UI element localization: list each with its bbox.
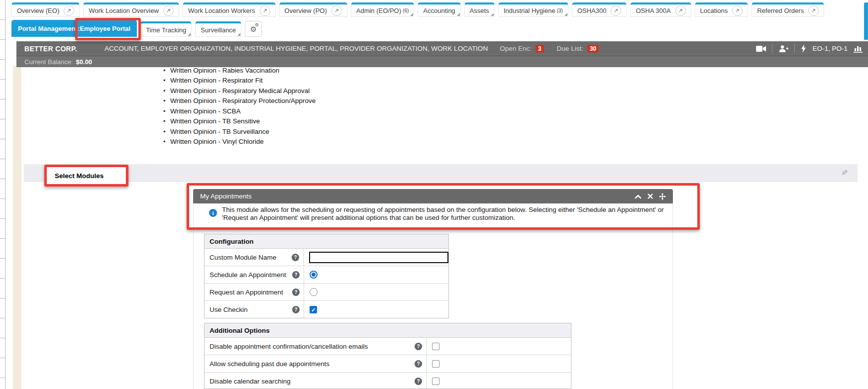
open-new-icon[interactable] [260,5,270,16]
dropdown-fold-icon [564,13,567,16]
list-item: •Written Opinion - TB Sensitive [163,116,316,127]
bullet-icon: • [163,77,170,84]
tab-accounting[interactable]: Accounting [418,2,460,17]
tab-work-location-overview[interactable]: Work Location Overview [83,2,179,17]
tab-label: OSHA300 [577,7,607,14]
tab-osha300[interactable]: OSHA300 [572,2,627,17]
additional-options-title: Additional Options [205,323,571,338]
request-appointment-radio[interactable] [310,288,318,296]
due-list-label: Due List: [557,45,583,52]
context-scope-text: ACCOUNT, EMPLOYER ORGANIZATION, INDUSTRI… [105,45,488,52]
help-icon[interactable]: ? [292,271,300,279]
tab-label: OSHA 300A [636,7,670,14]
bullet-icon: • [163,67,170,74]
field-label: Custom Module Name [210,254,276,261]
list-item: •Written Opinion - Rabies Vaccination [163,65,316,76]
list-item: •Written Opinion - TB Surveillance [163,126,316,137]
help-icon[interactable]: ? [415,360,422,368]
open-new-icon[interactable] [808,5,819,16]
tab-admin-eo-po[interactable]: Admin (EO/PO) (6) [351,2,415,17]
add-user-icon[interactable] [778,45,788,53]
tab-label: Work Location Overview [89,7,159,14]
entity-shortcuts-text[interactable]: EO-1, PO-1 [812,45,848,52]
header-icon-group: EO-1, PO-1 [756,41,863,56]
open-new-icon[interactable] [675,5,686,16]
field-label: Disable appointment confirmation/cancell… [210,343,368,350]
open-enc-badge[interactable]: 3 [536,45,544,53]
tab-label: Referred Orders [757,7,804,14]
balance-label: Current Balance: [24,58,73,66]
select-modules-title: Select Modules [55,172,104,180]
tab-assets[interactable]: Assets [464,2,495,17]
written-opinion-list: •Written Opinion - Rabies Vaccination •W… [163,65,316,147]
clipped-right-tab[interactable] [864,2,868,40]
video-camera-icon[interactable] [756,45,766,52]
select-modules-band [24,164,858,182]
disable-confirmation-emails-checkbox[interactable] [432,343,439,350]
tab-count: (3) [557,8,563,13]
tab-overview-po[interactable]: Overview (PO) [279,2,347,17]
bullet-icon: • [163,87,170,95]
list-item: •Written Opinion - Vinyl Chloride [163,137,316,147]
field-label: Use Checkin [210,306,248,313]
open-new-icon[interactable] [611,5,621,16]
list-item: •Written Opinion - Respirator Fit [163,76,316,86]
disable-calendar-searching-checkbox[interactable] [432,378,439,385]
allow-past-due-checkbox[interactable] [432,360,439,368]
bullet-icon: • [163,97,170,104]
tab-time-tracking[interactable]: Time Tracking [140,21,192,37]
tab-count: (6) [403,8,409,13]
tab-referred-orders[interactable]: Referred Orders [752,2,824,17]
open-new-icon[interactable] [732,5,743,16]
field-label: Schedule an Appointment [210,271,286,279]
open-new-icon[interactable] [331,5,342,16]
tab-label: Work Location Workers [188,7,255,14]
left-row-rail [0,0,5,389]
help-icon[interactable]: ? [292,254,299,261]
tab-locations[interactable]: Locations [695,2,749,17]
use-checkin-checkbox[interactable]: ✓ [310,306,317,313]
bullet-icon: • [163,138,170,145]
custom-module-name-input[interactable] [309,252,448,263]
lightning-icon[interactable] [801,44,806,53]
help-icon[interactable]: ? [292,289,300,296]
tab-overview-eo[interactable]: Overview (EO) [11,2,80,17]
tab-work-location-workers[interactable]: Work Location Workers [183,2,276,17]
app-window: Overview (EO) Work Location Overview Wor… [0,0,868,389]
bullet-icon: • [163,117,170,125]
annotation-box-select-modules: Select Modules [44,165,128,187]
bar-chart-icon[interactable] [854,44,863,53]
table-row: Custom Module Name ? [205,249,448,266]
field-label: Disable calendar searching [210,378,291,385]
annotation-box-employee-portal [75,18,141,40]
help-icon[interactable]: ? [415,343,422,350]
dropdown-fold-icon [457,13,460,16]
open-new-icon[interactable] [163,5,174,16]
field-label: Request an Appointment [210,289,283,296]
tab-settings-button[interactable]: ⚙ ⚙ [245,21,262,37]
table-row: Disable appointment confirmation/cancell… [205,338,571,355]
left-accent-strip [13,66,21,389]
tab-surveillance[interactable]: Surveillance [195,21,241,37]
configuration-table: Configuration Custom Module Name ? Sched… [204,234,449,318]
help-icon[interactable]: ? [292,306,300,313]
divider [772,44,772,53]
edit-pencil-icon[interactable]: ✎ [841,168,848,178]
open-new-icon[interactable] [64,5,74,16]
tab-osha300a[interactable]: OSHA 300A [630,2,691,17]
schedule-appointment-radio[interactable] [310,271,318,279]
context-header-bar: BETTER CORP. ACCOUNT, EMPLOYER ORGANIZAT… [16,41,868,56]
list-item: •Written Opinion - SCBA [163,106,316,116]
help-icon[interactable]: ? [415,378,422,385]
due-list-badge[interactable]: 30 [587,45,599,53]
tab-industrial-hygiene[interactable]: Industrial Hygiene (3) [498,2,568,17]
field-label: Allow scheduling past due appointments [210,360,329,368]
table-row: Disable calendar searching ? [205,373,571,389]
dropdown-fold-icon [410,13,413,16]
configuration-table-title: Configuration [205,234,448,249]
dropdown-fold-icon [237,33,240,36]
company-name: BETTER CORP. [24,45,77,53]
tab-label: Overview (PO) [285,7,327,14]
tab-label: Admin (EO/PO) [356,7,401,14]
table-row: Request an Appointment ? [205,284,448,301]
